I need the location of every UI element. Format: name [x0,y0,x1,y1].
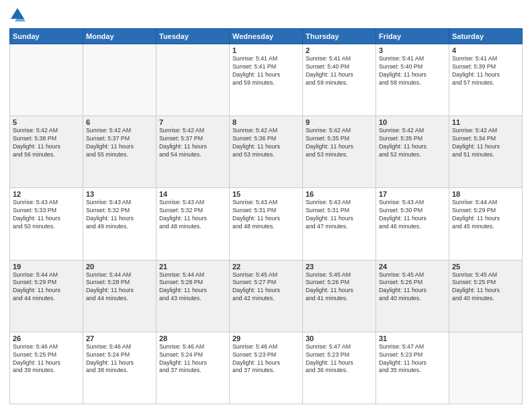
day-info: Sunrise: 5:44 AM Sunset: 5:29 PM Dayligh… [13,271,80,304]
calendar-week-row: 5Sunrise: 5:42 AM Sunset: 5:38 PM Daylig… [10,116,523,188]
day-number: 30 [306,334,373,342]
day-info: Sunrise: 5:42 AM Sunset: 5:37 PM Dayligh… [86,127,153,159]
calendar-cell: 1Sunrise: 5:41 AM Sunset: 5:41 PM Daylig… [230,44,303,116]
calendar-dow-saturday: Saturday [449,29,523,44]
day-number: 13 [86,190,153,198]
calendar-cell: 27Sunrise: 5:46 AM Sunset: 5:24 PM Dayli… [83,332,157,404]
calendar-dow-wednesday: Wednesday [230,29,303,44]
day-number: 28 [159,334,226,342]
day-number: 5 [13,118,80,126]
day-number: 11 [452,118,519,126]
calendar-week-row: 26Sunrise: 5:46 AM Sunset: 5:25 PM Dayli… [10,332,523,404]
day-info: Sunrise: 5:43 AM Sunset: 5:31 PM Dayligh… [232,199,300,231]
day-info: Sunrise: 5:46 AM Sunset: 5:25 PM Dayligh… [13,343,80,375]
day-info: Sunrise: 5:43 AM Sunset: 5:32 PM Dayligh… [86,199,153,231]
day-info: Sunrise: 5:47 AM Sunset: 5:23 PM Dayligh… [306,343,373,375]
calendar-cell: 8Sunrise: 5:42 AM Sunset: 5:36 PM Daylig… [230,116,303,188]
calendar-cell: 30Sunrise: 5:47 AM Sunset: 5:23 PM Dayli… [303,332,376,404]
calendar-header-row: SundayMondayTuesdayWednesdayThursdayFrid… [10,29,523,44]
day-number: 3 [379,46,446,54]
calendar-cell: 16Sunrise: 5:43 AM Sunset: 5:31 PM Dayli… [303,188,376,260]
day-info: Sunrise: 5:43 AM Sunset: 5:33 PM Dayligh… [13,199,80,231]
calendar-week-row: 1Sunrise: 5:41 AM Sunset: 5:41 PM Daylig… [10,44,523,116]
day-number: 16 [306,190,373,198]
day-number: 18 [452,190,519,198]
day-info: Sunrise: 5:41 AM Sunset: 5:40 PM Dayligh… [306,55,373,87]
day-number: 17 [379,190,446,198]
day-number: 21 [159,263,226,271]
calendar-cell: 31Sunrise: 5:47 AM Sunset: 5:23 PM Dayli… [376,332,449,404]
day-info: Sunrise: 5:45 AM Sunset: 5:27 PM Dayligh… [232,271,300,304]
day-info: Sunrise: 5:42 AM Sunset: 5:38 PM Dayligh… [13,127,80,159]
calendar-cell: 22Sunrise: 5:45 AM Sunset: 5:27 PM Dayli… [230,260,303,332]
day-info: Sunrise: 5:44 AM Sunset: 5:29 PM Dayligh… [452,199,519,231]
calendar-cell: 4Sunrise: 5:41 AM Sunset: 5:39 PM Daylig… [449,44,523,116]
calendar-cell: 11Sunrise: 5:42 AM Sunset: 5:34 PM Dayli… [449,116,523,188]
calendar-cell: 23Sunrise: 5:45 AM Sunset: 5:26 PM Dayli… [303,260,376,332]
day-info: Sunrise: 5:41 AM Sunset: 5:40 PM Dayligh… [379,55,446,87]
day-number: 25 [452,263,519,271]
day-number: 10 [379,118,446,126]
calendar-dow-sunday: Sunday [10,29,83,44]
day-info: Sunrise: 5:43 AM Sunset: 5:32 PM Dayligh… [159,199,226,231]
calendar-cell: 18Sunrise: 5:44 AM Sunset: 5:29 PM Dayli… [449,188,523,260]
calendar-cell: 21Sunrise: 5:44 AM Sunset: 5:28 PM Dayli… [157,260,230,332]
day-number: 8 [232,118,300,126]
calendar-week-row: 19Sunrise: 5:44 AM Sunset: 5:29 PM Dayli… [10,260,523,332]
logo-icon [9,7,26,23]
day-number: 22 [232,263,300,271]
day-info: Sunrise: 5:46 AM Sunset: 5:24 PM Dayligh… [86,343,153,375]
calendar-dow-monday: Monday [83,29,157,44]
day-info: Sunrise: 5:42 AM Sunset: 5:35 PM Dayligh… [379,127,446,159]
logo [9,7,28,23]
day-info: Sunrise: 5:42 AM Sunset: 5:35 PM Dayligh… [306,127,373,159]
calendar-dow-thursday: Thursday [303,29,376,44]
calendar-cell: 13Sunrise: 5:43 AM Sunset: 5:32 PM Dayli… [83,188,157,260]
day-info: Sunrise: 5:43 AM Sunset: 5:31 PM Dayligh… [306,199,373,231]
day-info: Sunrise: 5:41 AM Sunset: 5:41 PM Dayligh… [232,55,300,87]
day-info: Sunrise: 5:42 AM Sunset: 5:37 PM Dayligh… [159,127,226,159]
day-info: Sunrise: 5:45 AM Sunset: 5:25 PM Dayligh… [452,271,519,304]
day-number: 26 [13,334,80,342]
calendar-table: SundayMondayTuesdayWednesdayThursdayFrid… [9,28,523,404]
day-number: 2 [306,46,373,54]
day-number: 23 [306,263,373,271]
calendar-cell: 2Sunrise: 5:41 AM Sunset: 5:40 PM Daylig… [303,44,376,116]
header [9,7,523,23]
calendar-cell: 6Sunrise: 5:42 AM Sunset: 5:37 PM Daylig… [83,116,157,188]
calendar-cell: 3Sunrise: 5:41 AM Sunset: 5:40 PM Daylig… [376,44,449,116]
calendar-week-row: 12Sunrise: 5:43 AM Sunset: 5:33 PM Dayli… [10,188,523,260]
day-number: 15 [232,190,300,198]
calendar-cell [10,44,83,116]
day-info: Sunrise: 5:45 AM Sunset: 5:26 PM Dayligh… [306,271,373,304]
calendar-dow-friday: Friday [376,29,449,44]
day-info: Sunrise: 5:41 AM Sunset: 5:39 PM Dayligh… [452,55,519,87]
day-number: 6 [86,118,153,126]
calendar-cell: 20Sunrise: 5:44 AM Sunset: 5:28 PM Dayli… [83,260,157,332]
day-number: 31 [379,334,446,342]
day-number: 24 [379,263,446,271]
day-info: Sunrise: 5:44 AM Sunset: 5:28 PM Dayligh… [159,271,226,304]
calendar-cell [449,332,523,404]
calendar-cell [83,44,157,116]
day-info: Sunrise: 5:42 AM Sunset: 5:36 PM Dayligh… [232,127,300,159]
day-number: 9 [306,118,373,126]
calendar-cell: 12Sunrise: 5:43 AM Sunset: 5:33 PM Dayli… [10,188,83,260]
day-info: Sunrise: 5:43 AM Sunset: 5:30 PM Dayligh… [379,199,446,231]
calendar-dow-tuesday: Tuesday [157,29,230,44]
calendar-cell: 19Sunrise: 5:44 AM Sunset: 5:29 PM Dayli… [10,260,83,332]
calendar-cell: 29Sunrise: 5:46 AM Sunset: 5:23 PM Dayli… [230,332,303,404]
day-number: 14 [159,190,226,198]
calendar-cell: 5Sunrise: 5:42 AM Sunset: 5:38 PM Daylig… [10,116,83,188]
calendar-cell: 26Sunrise: 5:46 AM Sunset: 5:25 PM Dayli… [10,332,83,404]
calendar-cell: 14Sunrise: 5:43 AM Sunset: 5:32 PM Dayli… [157,188,230,260]
calendar-cell [157,44,230,116]
day-number: 1 [232,46,300,54]
calendar-cell: 28Sunrise: 5:46 AM Sunset: 5:24 PM Dayli… [157,332,230,404]
day-number: 20 [86,263,153,271]
day-info: Sunrise: 5:46 AM Sunset: 5:23 PM Dayligh… [232,343,300,375]
calendar-cell: 10Sunrise: 5:42 AM Sunset: 5:35 PM Dayli… [376,116,449,188]
calendar-cell: 24Sunrise: 5:45 AM Sunset: 5:26 PM Dayli… [376,260,449,332]
day-number: 19 [13,263,80,271]
day-number: 4 [452,46,519,54]
